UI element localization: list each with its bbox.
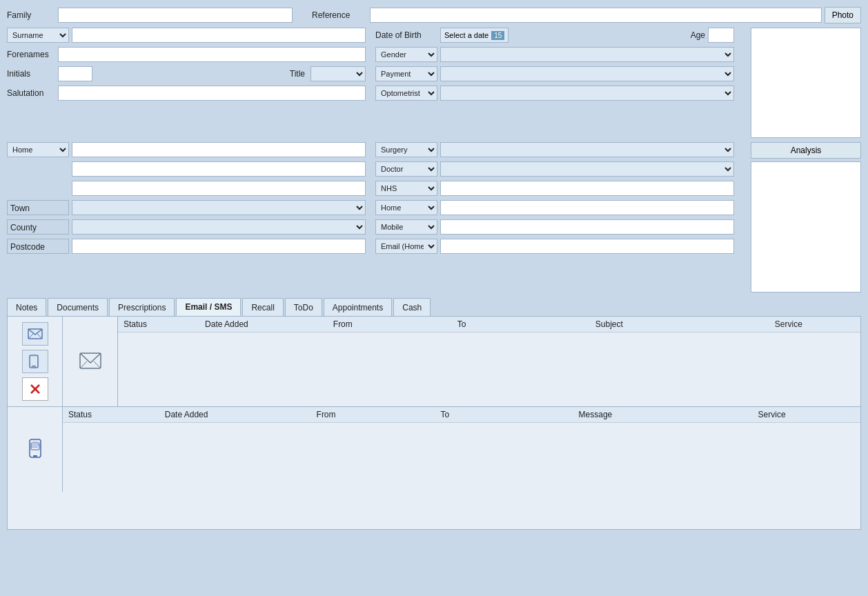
gender-dropdown[interactable]: Gender	[375, 47, 437, 62]
dob-row: Date of Birth Select a date 15 Age	[375, 28, 734, 43]
email-sidebar	[8, 317, 63, 406]
surname-input[interactable]	[72, 28, 366, 43]
tab-notes[interactable]: Notes	[7, 298, 46, 316]
address3-input[interactable]	[72, 181, 366, 196]
photo-button[interactable]: Photo	[825, 7, 861, 23]
home-dropdown[interactable]: Home	[7, 142, 69, 157]
svg-line-2	[37, 334, 42, 339]
doctor-value-dropdown[interactable]	[440, 161, 734, 177]
postcode-input[interactable]	[72, 239, 366, 254]
delete-icon	[29, 383, 41, 395]
gender-value-dropdown[interactable]	[440, 47, 734, 62]
town-dropdown[interactable]	[72, 200, 366, 215]
email-col-service: Service	[769, 317, 860, 332]
tab-cash[interactable]: Cash	[393, 298, 431, 316]
forenames-label: Forenames	[7, 50, 55, 59]
tab-recall[interactable]: Recall	[242, 298, 283, 316]
doctor-row: Doctor	[375, 161, 734, 177]
surgery-value-dropdown[interactable]	[440, 142, 734, 157]
optometrist-dropdown[interactable]: Optometrist	[375, 86, 437, 101]
reference-input[interactable]	[370, 8, 822, 23]
surgery-dropdown[interactable]: Surgery	[375, 142, 437, 157]
mobile-input[interactable]	[440, 219, 734, 235]
email-large-icon	[79, 352, 101, 371]
dob-picker[interactable]: Select a date 15	[440, 28, 509, 43]
family-input[interactable]	[58, 8, 293, 23]
svg-rect-4	[32, 366, 36, 367]
sms-icon-area	[8, 407, 63, 492]
address1-input[interactable]	[72, 142, 366, 157]
email-col-subject: Subject	[590, 317, 769, 332]
title-label: Title	[280, 69, 305, 79]
title-dropdown[interactable]	[310, 66, 366, 81]
tab-appointments[interactable]: Appointments	[324, 298, 392, 316]
tabs-bar: Notes Documents Prescriptions Email / SM…	[7, 298, 861, 316]
email-col-from: From	[328, 317, 452, 332]
town-label: Town	[7, 200, 69, 215]
tab-documents[interactable]: Documents	[48, 298, 108, 316]
payment-value-dropdown[interactable]	[440, 66, 734, 81]
dob-placeholder: Select a date	[444, 31, 489, 39]
home-phone-dropdown[interactable]: Home	[375, 200, 437, 215]
photo-box	[751, 28, 861, 138]
payment-dropdown[interactable]: Payment	[375, 66, 437, 81]
surname-dropdown[interactable]: Surname	[7, 28, 69, 43]
email-dropdown[interactable]: Email (Home)	[375, 239, 437, 254]
address2-input[interactable]	[72, 161, 366, 177]
doctor-dropdown[interactable]: Doctor	[375, 161, 437, 177]
tab-todo[interactable]: ToDo	[285, 298, 322, 316]
age-input	[708, 28, 734, 43]
compose-sms-button[interactable]	[22, 350, 48, 373]
svg-rect-5	[31, 357, 37, 357]
dob-label: Date of Birth	[375, 30, 437, 40]
svg-line-9	[80, 361, 87, 368]
initials-input[interactable]	[58, 66, 92, 81]
phone-large-icon	[26, 439, 45, 459]
home-phone-row: Home	[375, 200, 734, 215]
family-label: Family	[7, 10, 55, 20]
svg-line-10	[94, 361, 101, 368]
sms-col-to: To	[435, 407, 573, 423]
initials-label: Initials	[7, 69, 55, 79]
tab-email-sms[interactable]: Email / SMS	[176, 298, 241, 316]
optometrist-value-dropdown[interactable]	[440, 86, 734, 101]
svg-rect-13	[32, 441, 38, 442]
nhs-dropdown[interactable]: NHS	[375, 181, 437, 196]
county-label: County	[7, 219, 69, 235]
sms-col-status: Status	[63, 407, 159, 423]
email-table: Status Date Added From To Subject Servic…	[118, 317, 860, 388]
compose-email-button[interactable]	[22, 322, 48, 346]
mobile-dropdown[interactable]: Mobile	[375, 219, 437, 235]
address3-row	[7, 181, 366, 196]
email-table-empty-row	[118, 332, 860, 388]
initials-row: Initials Title	[7, 66, 366, 81]
delete-email-button[interactable]	[22, 377, 48, 401]
forenames-row: Forenames	[7, 47, 366, 62]
forenames-input[interactable]	[58, 47, 366, 62]
surgery-row: Surgery	[375, 142, 734, 157]
sms-section: Status Date Added From To Message Servic…	[8, 407, 860, 492]
nhs-input[interactable]	[440, 181, 734, 196]
sms-col-from: From	[311, 407, 435, 423]
salutation-input[interactable]	[58, 86, 366, 101]
sms-table-area: Status Date Added From To Message Servic…	[63, 407, 860, 492]
form-area: Family Reference Photo Surname Forenames	[7, 7, 861, 530]
postcode-label: Postcode	[7, 239, 69, 254]
email-icon-area	[63, 317, 118, 406]
email-input[interactable]	[440, 239, 734, 254]
home-row: Home	[7, 142, 366, 157]
analysis-button[interactable]: Analysis	[751, 142, 861, 159]
salutation-label: Salutation	[7, 88, 55, 98]
email-compose-icon	[28, 328, 43, 340]
svg-rect-12	[33, 455, 37, 457]
sms-compose-icon	[28, 355, 42, 368]
tab-prescriptions[interactable]: Prescriptions	[109, 298, 175, 316]
county-dropdown[interactable]	[72, 219, 366, 235]
reference-label: Reference	[312, 10, 367, 20]
email-section: Status Date Added From To Subject Servic…	[8, 317, 860, 407]
home-phone-input[interactable]	[440, 200, 734, 215]
mobile-row: Mobile	[375, 219, 734, 235]
tab-content-email-sms: Status Date Added From To Subject Servic…	[7, 316, 861, 530]
email-col-date-added: Date Added	[199, 317, 328, 332]
email-col-status: Status	[118, 317, 199, 332]
